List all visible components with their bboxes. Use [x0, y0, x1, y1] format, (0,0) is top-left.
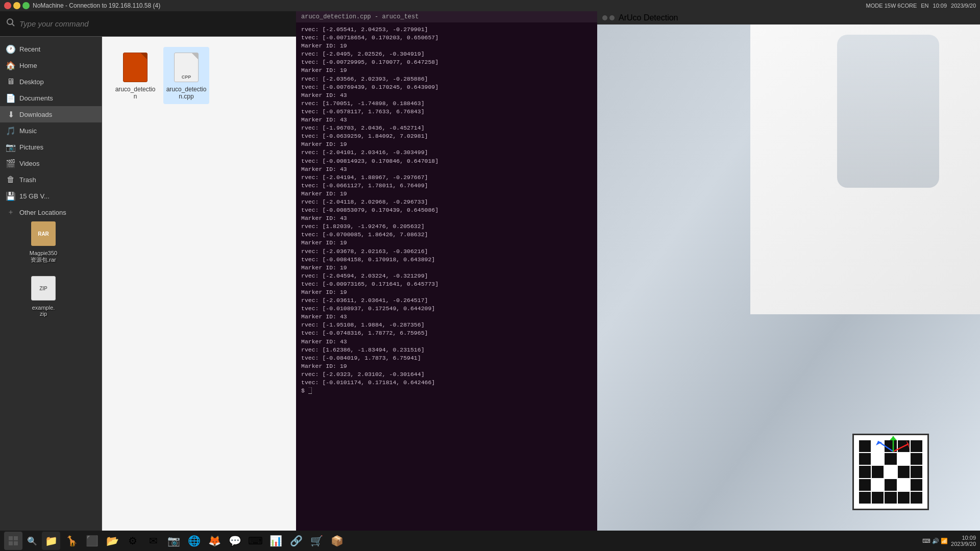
- taskbar-app-browser[interactable]: 🌐: [185, 532, 203, 550]
- sidebar-label-videos: Videos: [19, 160, 40, 167]
- terminal-line: Marker ID: 19: [301, 239, 592, 247]
- sidebar-label-documents: Documents: [19, 94, 53, 102]
- aruco-title-bar: ArUco Detection: [597, 11, 980, 24]
- start-button[interactable]: [4, 532, 22, 550]
- file-label: aruco_detection.cpp: [165, 86, 207, 100]
- mode-label: MODE 15W 6CORE: [866, 3, 917, 9]
- dot-2: [609, 15, 615, 20]
- taskbar-search[interactable]: 🔍: [24, 533, 40, 548]
- taskbar-app-code[interactable]: ⌨: [246, 532, 264, 550]
- maximize-button[interactable]: [22, 2, 30, 9]
- taskbar-app-chat[interactable]: 💬: [226, 532, 244, 550]
- clock-time: 10:09: [951, 535, 976, 541]
- svg-point-0: [7, 19, 13, 24]
- taskbar-app-misc[interactable]: 📦: [328, 532, 346, 550]
- sidebar-item-documents[interactable]: 📄 Documents: [0, 90, 102, 106]
- terminal-line: rvec: [-2.04594, 2.03224, -0.321299]: [301, 272, 592, 280]
- taskbar-app-terminal[interactable]: ⬛: [83, 532, 101, 550]
- sidebar-item-trash[interactable]: 🗑 Trash: [0, 171, 102, 188]
- terminal-line: Marker ID: 19: [301, 264, 592, 272]
- home-icon: 🏠: [6, 61, 15, 70]
- taskbar-app-files[interactable]: 📁: [42, 532, 60, 550]
- sidebar-label-drive: 15 GB V...: [19, 192, 50, 200]
- sidebar-item-downloads[interactable]: ⬇ Downloads: [0, 106, 102, 122]
- taskbar-app-shop[interactable]: 🛒: [307, 532, 326, 550]
- close-button[interactable]: [4, 2, 11, 9]
- search-input[interactable]: [19, 19, 290, 28]
- terminal-line: rvec: [-1.95108, 1.9884, -0.287356]: [301, 321, 592, 329]
- svg-rect-10: [9, 541, 13, 545]
- terminal-line: rvec: [-2.03566, 2.02393, -0.285886]: [301, 75, 592, 83]
- file-grid-area: aruco_detection CPP aruco_detection.cpp: [102, 37, 296, 551]
- file-icon-cpp: CPP: [172, 51, 201, 84]
- search-icon: [6, 18, 15, 30]
- list-item[interactable]: aruco_detection: [112, 47, 158, 104]
- terminal-line: tvec: [-0.00814923, 0.170846, 0.647018]: [301, 157, 592, 165]
- svg-line-4: [893, 444, 909, 452]
- taskbar-app-settings[interactable]: ⚙: [124, 532, 142, 550]
- taskbar-app-camera[interactable]: 📷: [164, 532, 183, 550]
- window-controls[interactable]: [4, 2, 30, 9]
- sidebar-item-recent[interactable]: 🕐 Recent: [0, 41, 102, 57]
- svg-line-1: [12, 24, 15, 27]
- sidebar-item-music[interactable]: 🎵 Music: [0, 122, 102, 139]
- time-label: 10:09: [933, 3, 947, 9]
- terminal-line: tvec: [-0.0084158, 0.170918, 0.643892]: [301, 256, 592, 264]
- title-bar-right: MODE 15W 6CORE EN 10:09 2023/9/20: [866, 3, 976, 9]
- camera-feed: [597, 24, 980, 551]
- taskbar-clock: 10:09 2023/9/20: [951, 535, 976, 547]
- terminal-line: rvec: [-2.04194, 1.88967, -0.297667]: [301, 173, 592, 182]
- taskbar-app-firefox[interactable]: 🦊: [205, 532, 224, 550]
- terminal-line: Marker ID: 19: [301, 190, 592, 198]
- terminal-line: Marker ID: 43: [301, 165, 592, 173]
- sidebar-label-music: Music: [19, 127, 37, 135]
- taskbar-app-mail[interactable]: ✉: [144, 532, 162, 550]
- terminal-line: rvec: [-2.05541, 2.04253, -0.279901]: [301, 26, 592, 34]
- terminal-line: tvec: [-0.0700085, 1.86426, 7.08632]: [301, 231, 592, 239]
- file-grid: aruco_detection CPP aruco_detection.cpp: [107, 42, 291, 109]
- sidebar-label-desktop: Desktop: [19, 78, 44, 86]
- terminal-line: tvec: [-0.084019, 1.7873, 6.75941]: [301, 354, 592, 362]
- taskbar-app-monitor[interactable]: 📊: [266, 532, 285, 550]
- terminal-line: rvec: [-2.03678, 2.02163, -0.306216]: [301, 247, 592, 256]
- terminal-line: Marker ID: 19: [301, 288, 592, 296]
- taskbar: 🔍 📁 🦒 ⬛ 📂 ⚙ ✉ 📷 🌐 🦊 💬 ⌨ 📊 🔗 🛒 📦 ⌨ 🔊 📶 10…: [0, 531, 980, 551]
- terminal-content[interactable]: rvec: [-2.05541, 2.04253, -0.279901]tvec…: [296, 22, 597, 549]
- terminal-line: tvec: [-0.0578117, 1.7633, 6.76843]: [301, 108, 592, 116]
- list-item[interactable]: RAR Magpie350资源包.rar: [4, 219, 83, 264]
- sidebar-item-pictures[interactable]: 📷 Pictures: [0, 139, 102, 155]
- terminal-line: tvec: [-0.00973165, 0.171641, 0.645773]: [301, 280, 592, 288]
- videos-icon: 🎬: [6, 159, 15, 168]
- window-title: NoMachine - Connection to 192.168.110.58…: [33, 2, 160, 9]
- zip-file-icon: ZIP: [29, 274, 58, 303]
- terminal-line: rvec: [-1.96703, 2.0436, -0.452714]: [301, 124, 592, 132]
- search-bar: [0, 11, 296, 37]
- list-item[interactable]: ZIP example.zip: [4, 274, 83, 317]
- sidebar-item-desktop[interactable]: 🖥 Desktop: [0, 73, 102, 90]
- terminal-line: tvec: [-0.00853079, 0.170439, 0.645086]: [301, 206, 592, 214]
- taskbar-app-network[interactable]: 🔗: [287, 532, 305, 550]
- terminal-line: rvec: [1.62386, -1.83494, 0.231516]: [301, 346, 592, 354]
- terminal-panel: aruco_detection.cpp - aruco_test rvec: […: [296, 11, 597, 551]
- sidebar-item-drive[interactable]: 💾 15 GB V...: [0, 188, 102, 204]
- terminal-title-text: aruco_detection.cpp - aruco_test: [301, 13, 419, 20]
- dot-1: [602, 15, 607, 20]
- date-label: 2023/9/20: [951, 3, 976, 9]
- sidebar-item-home[interactable]: 🏠 Home: [0, 57, 102, 73]
- terminal-cursor: $ █: [301, 387, 592, 395]
- music-icon: 🎵: [6, 126, 15, 135]
- taskbar-app-files2[interactable]: 📂: [103, 532, 121, 550]
- sidebar-label-recent: Recent: [19, 45, 40, 53]
- taskbar-app-giraffe[interactable]: 🦒: [62, 532, 81, 550]
- sidebar-label-trash: Trash: [19, 176, 36, 184]
- sidebar-label-pictures: Pictures: [19, 143, 43, 151]
- svg-rect-11: [14, 541, 18, 545]
- list-item[interactable]: CPP aruco_detection.cpp: [163, 47, 209, 104]
- terminal-line: rvec: [-2.0323, 2.03102, -0.301644]: [301, 370, 592, 379]
- sidebar-item-videos[interactable]: 🎬 Videos: [0, 155, 102, 171]
- minimize-button[interactable]: [13, 2, 20, 9]
- lang-label: EN: [921, 3, 928, 9]
- tray-icons: ⌨ 🔊 📶: [922, 538, 948, 544]
- terminal-line: Marker ID: 43: [301, 338, 592, 346]
- terminal-line: Marker ID: 43: [301, 214, 592, 222]
